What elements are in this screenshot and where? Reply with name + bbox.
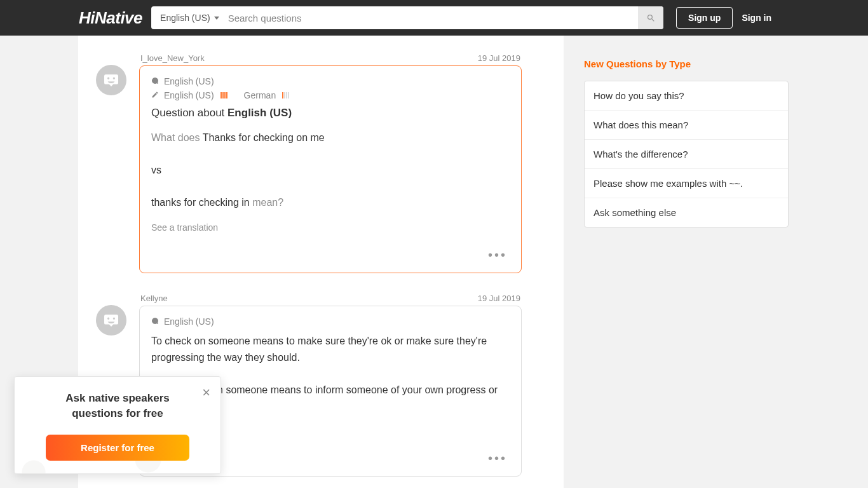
chevron-down-icon (214, 17, 219, 20)
sidebar-item-other[interactable]: Ask something else (585, 198, 788, 227)
sidebar-list: How do you say this? What does this mean… (584, 81, 789, 227)
speech-icon (151, 76, 159, 86)
avatar-face-icon (102, 73, 120, 87)
register-button[interactable]: Register for free (46, 435, 189, 461)
see-translation-link[interactable]: See a translation (151, 222, 510, 233)
question-title: Question about English (US) (151, 107, 510, 119)
site-header: HiNative English (US) Sign up Sign in (0, 0, 868, 36)
native-language-line: English (US) (151, 316, 510, 327)
pencil-icon (151, 90, 159, 100)
question-body: I_love_New_York 19 Jul 2019 English (US)… (139, 53, 522, 273)
sidebar-item-examples[interactable]: Please show me examples with ~~. (585, 169, 788, 198)
header-actions: Sign up Sign in (676, 7, 771, 29)
proficiency-bars-2 (282, 92, 289, 98)
answer-native-language: English (US) (164, 316, 214, 327)
signin-link[interactable]: Sign in (742, 13, 771, 23)
search-icon (646, 13, 656, 23)
search-input[interactable] (226, 6, 638, 29)
learning-language-2: German (244, 90, 276, 100)
learning-language-1: English (US) (164, 90, 214, 100)
answer-meta: Kellyne 19 Jul 2019 (139, 294, 522, 303)
answer-date: 19 Jul 2019 (478, 294, 520, 303)
learning-languages-line: English (US) German (151, 90, 510, 100)
sidebar-heading: New Questions by Type (584, 58, 789, 69)
signup-button[interactable]: Sign up (676, 7, 733, 29)
native-language-line: English (US) (151, 76, 510, 86)
sidebar-item-what-mean[interactable]: What does this mean? (585, 111, 788, 140)
logo[interactable]: HiNative (79, 8, 142, 28)
question-text: What does Thanks for checking on me vs t… (151, 130, 510, 211)
search-button[interactable] (638, 6, 663, 29)
search-language-selector[interactable]: English (US) (151, 13, 226, 23)
more-options-button[interactable]: ••• (151, 248, 510, 262)
question-username[interactable]: I_love_New_York (140, 53, 205, 63)
sidebar-item-difference[interactable]: What's the difference? (585, 140, 788, 169)
answer-username[interactable]: Kellyne (140, 294, 168, 303)
avatar[interactable] (96, 65, 126, 95)
avatar-face-icon (102, 313, 120, 327)
search-bar: English (US) (151, 6, 663, 29)
prompt-text: Ask native speakers questions for free (29, 388, 207, 431)
question-card: English (US) English (US) German Questio… (139, 65, 522, 273)
sidebar: New Questions by Type How do you say thi… (584, 36, 789, 227)
register-prompt: × Ask native speakers questions for free… (14, 376, 221, 474)
speech-icon (151, 316, 159, 327)
avatar[interactable] (96, 305, 126, 336)
question-meta: I_love_New_York 19 Jul 2019 (139, 53, 522, 63)
proficiency-bars-1 (220, 92, 227, 98)
question-post: I_love_New_York 19 Jul 2019 English (US)… (78, 53, 564, 294)
search-language-label: English (US) (160, 13, 210, 23)
sidebar-item-how-say[interactable]: How do you say this? (585, 81, 788, 111)
question-date: 19 Jul 2019 (478, 53, 520, 63)
native-language-label: English (US) (164, 76, 214, 86)
